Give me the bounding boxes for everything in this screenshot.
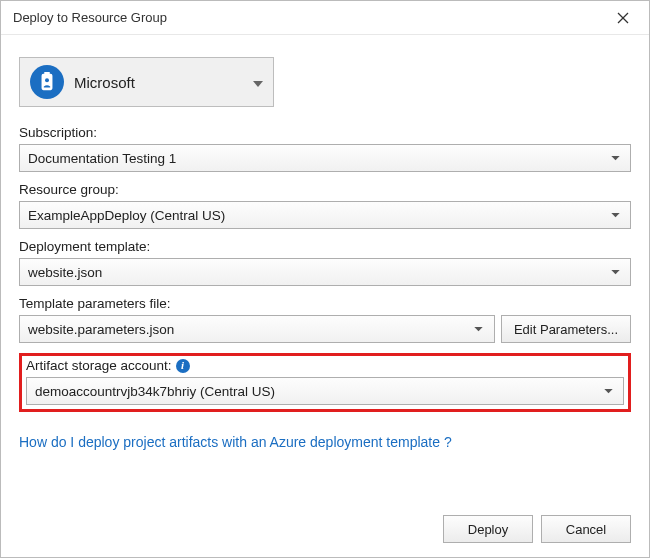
template-parameters-select[interactable]: website.parameters.json: [19, 315, 495, 343]
edit-parameters-button[interactable]: Edit Parameters...: [501, 315, 631, 343]
template-parameters-label: Template parameters file:: [19, 296, 631, 311]
artifact-storage-value: demoaccountrvjb34k7bhriy (Central US): [35, 384, 599, 399]
artifact-storage-label-text: Artifact storage account:: [26, 358, 172, 373]
account-avatar: [30, 65, 64, 99]
field-deployment-template: Deployment template: website.json: [19, 239, 631, 286]
account-selector[interactable]: Microsoft: [19, 57, 274, 107]
subscription-label: Subscription:: [19, 125, 631, 140]
field-subscription: Subscription: Documentation Testing 1: [19, 125, 631, 172]
highlight-artifact-storage: Artifact storage account: i demoaccountr…: [19, 353, 631, 412]
deployment-template-label: Deployment template:: [19, 239, 631, 254]
deployment-template-value: website.json: [28, 265, 606, 280]
dialog-footer: Deploy Cancel: [19, 515, 631, 549]
deployment-template-select[interactable]: website.json: [19, 258, 631, 286]
field-template-parameters: Template parameters file: website.parame…: [19, 296, 631, 343]
chevron-down-icon: [599, 389, 617, 394]
resource-group-value: ExampleAppDeploy (Central US): [28, 208, 606, 223]
window-title: Deploy to Resource Group: [13, 10, 167, 25]
chevron-down-icon: [606, 213, 624, 218]
close-button[interactable]: [603, 3, 643, 33]
template-parameters-value: website.parameters.json: [28, 322, 470, 337]
chevron-down-icon: [470, 327, 488, 332]
field-resource-group: Resource group: ExampleAppDeploy (Centra…: [19, 182, 631, 229]
chevron-down-icon: [253, 73, 263, 91]
account-name: Microsoft: [74, 74, 253, 91]
dialog-content: Microsoft Subscription: Documentation Te…: [1, 35, 649, 557]
subscription-select[interactable]: Documentation Testing 1: [19, 144, 631, 172]
close-icon: [617, 12, 629, 24]
svg-point-2: [45, 78, 49, 82]
titlebar: Deploy to Resource Group: [1, 1, 649, 35]
help-link[interactable]: How do I deploy project artifacts with a…: [19, 434, 631, 450]
resource-group-label: Resource group:: [19, 182, 631, 197]
subscription-value: Documentation Testing 1: [28, 151, 606, 166]
deploy-button[interactable]: Deploy: [443, 515, 533, 543]
badge-icon: [38, 72, 56, 92]
artifact-storage-select[interactable]: demoaccountrvjb34k7bhriy (Central US): [26, 377, 624, 405]
dialog-window: Deploy to Resource Group Microsoft Subsc…: [0, 0, 650, 558]
chevron-down-icon: [606, 156, 624, 161]
chevron-down-icon: [606, 270, 624, 275]
artifact-storage-label: Artifact storage account: i: [26, 358, 624, 373]
cancel-button[interactable]: Cancel: [541, 515, 631, 543]
info-icon[interactable]: i: [176, 359, 190, 373]
resource-group-select[interactable]: ExampleAppDeploy (Central US): [19, 201, 631, 229]
